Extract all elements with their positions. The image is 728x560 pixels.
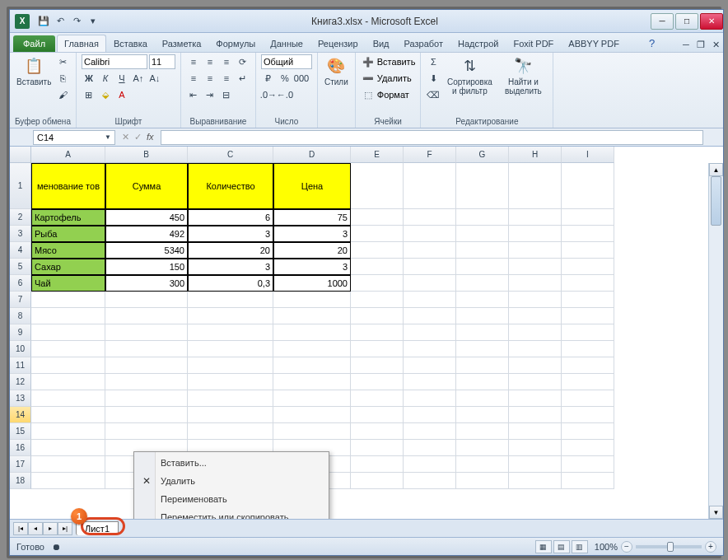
cell[interactable] xyxy=(31,390,105,407)
row-header[interactable]: 12 xyxy=(10,374,31,390)
tab-formulas[interactable]: Формулы xyxy=(208,35,263,52)
cell[interactable] xyxy=(509,473,562,489)
confirm-formula-icon[interactable]: ✓ xyxy=(134,132,142,142)
cell[interactable]: 20 xyxy=(273,242,351,259)
column-header[interactable]: B xyxy=(105,147,188,163)
cell[interactable] xyxy=(31,324,105,341)
zoom-in-button[interactable]: + xyxy=(705,541,716,553)
context-menu-item[interactable]: ✕Удалить xyxy=(136,472,327,490)
column-header[interactable]: E xyxy=(351,147,404,163)
cell[interactable] xyxy=(351,242,404,259)
cell[interactable] xyxy=(562,390,614,407)
cell[interactable]: Рыба xyxy=(31,226,105,242)
row-header[interactable]: 16 xyxy=(10,440,31,456)
cell[interactable] xyxy=(509,423,562,440)
row-header[interactable]: 14 xyxy=(10,407,31,423)
cell[interactable] xyxy=(404,163,456,209)
cell[interactable] xyxy=(509,308,562,324)
shrink-font-icon[interactable]: A↓ xyxy=(147,71,162,86)
cell[interactable] xyxy=(404,308,456,324)
cell[interactable] xyxy=(562,423,614,440)
cut-icon[interactable]: ✂ xyxy=(55,54,70,69)
cell[interactable] xyxy=(456,163,509,209)
page-layout-view-icon[interactable]: ▤ xyxy=(553,540,570,553)
sort-filter-button[interactable]: ⇅ Сортировка и фильтр xyxy=(443,54,496,97)
row-header[interactable]: 6 xyxy=(10,275,31,292)
column-header[interactable]: D xyxy=(273,147,351,163)
row-header[interactable]: 13 xyxy=(10,390,31,407)
cell[interactable] xyxy=(273,341,351,357)
styles-button[interactable]: 🎨 Стили xyxy=(323,54,350,88)
number-format-select[interactable] xyxy=(261,54,312,69)
cell[interactable] xyxy=(404,390,456,407)
vertical-scrollbar[interactable]: ▲ ▼ xyxy=(708,163,723,519)
align-right-icon[interactable]: ≡ xyxy=(219,71,234,86)
cell[interactable] xyxy=(456,292,509,308)
cell[interactable] xyxy=(404,357,456,374)
cell[interactable] xyxy=(404,292,456,308)
cell[interactable]: 492 xyxy=(105,226,188,242)
context-menu-item[interactable]: Переименовать xyxy=(136,490,327,508)
tab-home[interactable]: Главная xyxy=(57,35,106,52)
cell[interactable]: Сахар xyxy=(31,259,105,275)
cell[interactable] xyxy=(188,308,273,324)
currency-icon[interactable]: ₽ xyxy=(261,71,276,86)
fill-icon[interactable]: ⬇ xyxy=(426,71,441,86)
tab-view[interactable]: Вид xyxy=(366,35,397,52)
cell[interactable] xyxy=(351,456,404,473)
tab-abbyy[interactable]: ABBYY PDF xyxy=(561,35,627,52)
borders-icon[interactable]: ⊞ xyxy=(82,87,96,102)
select-all-corner[interactable] xyxy=(10,147,31,163)
cell[interactable] xyxy=(31,440,105,456)
cells-format-button[interactable]: ⬚Формат xyxy=(361,87,409,102)
name-box[interactable]: C14 ▼ xyxy=(33,130,115,145)
cell[interactable] xyxy=(31,423,105,440)
row-header[interactable]: 8 xyxy=(10,308,31,324)
cell[interactable]: Количество xyxy=(188,163,273,209)
cell[interactable] xyxy=(273,374,351,390)
cell[interactable] xyxy=(31,357,105,374)
cell[interactable] xyxy=(351,163,404,209)
cell[interactable] xyxy=(404,440,456,456)
doc-close-icon[interactable]: ✕ xyxy=(708,37,723,52)
cell[interactable] xyxy=(31,308,105,324)
cell[interactable]: 5340 xyxy=(105,242,188,259)
sheet-nav-next-icon[interactable]: ▸ xyxy=(43,522,58,535)
cell[interactable] xyxy=(404,423,456,440)
row-header[interactable]: 2 xyxy=(10,209,31,226)
align-bottom-icon[interactable]: ≡ xyxy=(219,54,234,69)
page-break-view-icon[interactable]: ▥ xyxy=(572,540,588,553)
format-painter-icon[interactable]: 🖌 xyxy=(55,87,70,102)
cell[interactable] xyxy=(105,292,188,308)
cell[interactable] xyxy=(105,390,188,407)
cell[interactable]: 6 xyxy=(188,209,273,226)
context-menu-item[interactable]: Переместить или скопировать... xyxy=(136,508,327,519)
cell[interactable]: 3 xyxy=(273,259,351,275)
fx-icon[interactable]: fx xyxy=(147,132,154,142)
cell[interactable] xyxy=(509,407,562,423)
cell[interactable]: 300 xyxy=(105,275,188,292)
cell[interactable] xyxy=(351,440,404,456)
sheet-nav-prev-icon[interactable]: ◂ xyxy=(28,522,43,535)
cell[interactable] xyxy=(188,341,273,357)
cell[interactable] xyxy=(509,341,562,357)
merge-icon[interactable]: ⊟ xyxy=(219,87,234,102)
cell[interactable] xyxy=(456,259,509,275)
wrap-text-icon[interactable]: ↵ xyxy=(236,71,250,86)
font-size-select[interactable] xyxy=(149,54,175,69)
cell[interactable] xyxy=(105,341,188,357)
cell[interactable] xyxy=(456,242,509,259)
qat-save-icon[interactable]: 💾 xyxy=(36,14,51,29)
column-header[interactable]: G xyxy=(456,147,509,163)
column-header[interactable]: I xyxy=(562,147,614,163)
inc-decimal-icon[interactable]: .0→ xyxy=(261,87,276,102)
cell[interactable] xyxy=(509,374,562,390)
cell[interactable] xyxy=(456,341,509,357)
cancel-formula-icon[interactable]: ✕ xyxy=(122,132,129,142)
cells-delete-button[interactable]: ➖Удалить xyxy=(361,71,412,86)
comma-icon[interactable]: 000 xyxy=(294,71,309,86)
cell[interactable] xyxy=(562,407,614,423)
chevron-down-icon[interactable]: ▼ xyxy=(105,133,111,141)
percent-icon[interactable]: % xyxy=(278,71,292,86)
sheet-nav-last-icon[interactable]: ▸| xyxy=(58,522,72,535)
